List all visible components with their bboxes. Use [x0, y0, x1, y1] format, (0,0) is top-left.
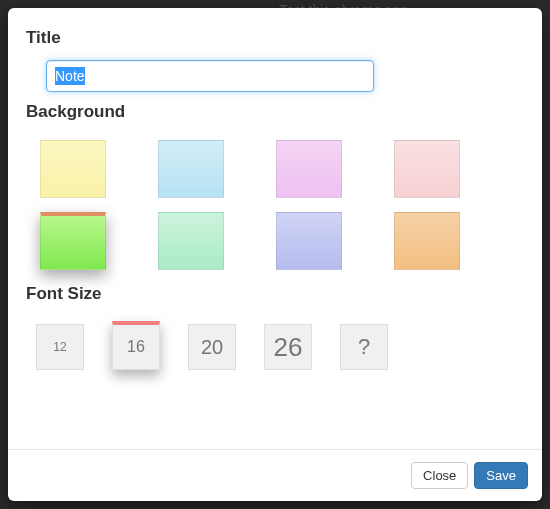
background-swatch-grid — [26, 134, 524, 270]
fontsize-row: 12 16 20 26 ? — [26, 316, 524, 370]
fontsize-16[interactable]: 16 — [112, 321, 160, 370]
fontsize-section-label: Font Size — [26, 284, 524, 304]
close-button[interactable]: Close — [411, 462, 468, 489]
swatch-yellow[interactable] — [40, 140, 106, 198]
swatch-pink[interactable] — [276, 140, 342, 198]
swatch-rose[interactable] — [394, 140, 460, 198]
settings-modal: Title Background Font Size 12 16 20 26 ? — [8, 8, 542, 501]
fontsize-12[interactable]: 12 — [36, 324, 84, 370]
modal-footer: Close Save — [8, 449, 542, 501]
swatch-row — [40, 140, 510, 198]
fontsize-26[interactable]: 26 — [264, 324, 312, 370]
title-section-label: Title — [26, 28, 524, 48]
swatch-purple[interactable] — [276, 212, 342, 270]
swatch-orange[interactable] — [394, 212, 460, 270]
fontsize-20[interactable]: 20 — [188, 324, 236, 370]
background-section-label: Background — [26, 102, 524, 122]
swatch-blue[interactable] — [158, 140, 224, 198]
fontsize-custom[interactable]: ? — [340, 324, 388, 370]
title-input[interactable] — [46, 60, 374, 92]
swatch-mint[interactable] — [158, 212, 224, 270]
modal-body: Title Background Font Size 12 16 20 26 ? — [8, 8, 542, 449]
swatch-row — [40, 212, 510, 270]
save-button[interactable]: Save — [474, 462, 528, 489]
swatch-green[interactable] — [40, 212, 106, 270]
